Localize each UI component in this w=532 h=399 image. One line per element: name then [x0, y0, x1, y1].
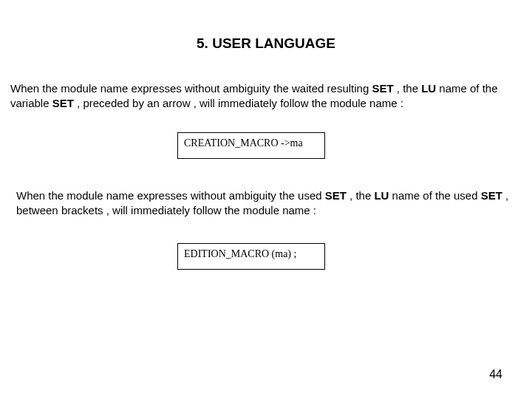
- bold-set: SET: [325, 189, 347, 202]
- bold-lu: LU: [374, 189, 389, 202]
- bold-set: SET: [481, 189, 502, 202]
- code-box-creation: CREATION_MACRO ->ma: [177, 132, 325, 159]
- text: name of the used: [389, 189, 480, 202]
- page-title: 5. USER LANGUAGE: [0, 0, 532, 52]
- text: When the module name expresses without a…: [16, 189, 325, 202]
- bold-lu: LU: [421, 82, 436, 95]
- text: , the: [394, 82, 422, 95]
- text: , preceded by an arrow , will immediatel…: [74, 97, 403, 109]
- page-number: 44: [489, 368, 502, 381]
- text: , the: [347, 189, 375, 202]
- bold-set: SET: [372, 82, 393, 95]
- bold-set: SET: [52, 97, 74, 109]
- paragraph-1: When the module name expresses without a…: [0, 81, 532, 112]
- code-box-edition: EDITION_MACRO (ma) ;: [177, 243, 325, 270]
- paragraph-2: When the module name expresses without a…: [0, 188, 532, 219]
- text: When the module name expresses without a…: [10, 82, 372, 95]
